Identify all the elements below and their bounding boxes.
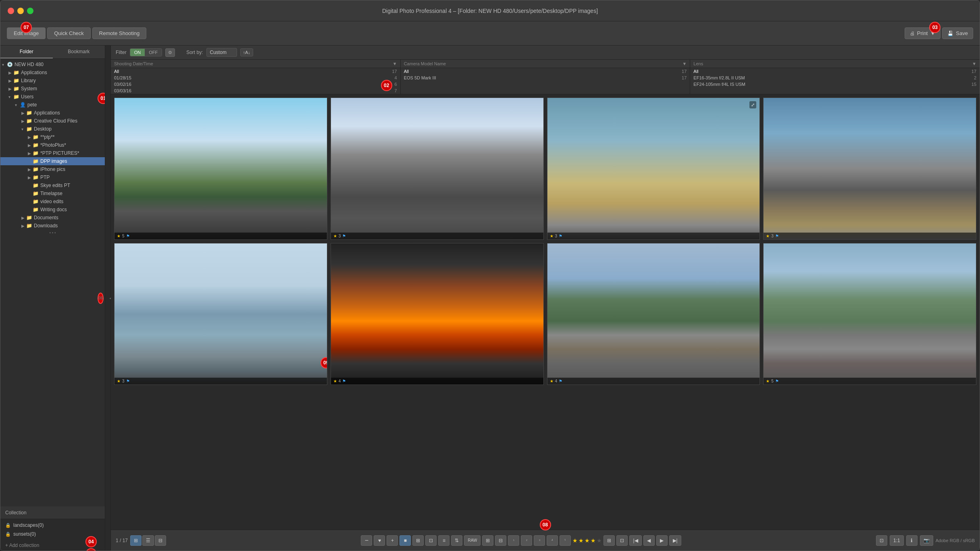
window-title: Digital Photo Professional 4 – [Folder: …: [382, 8, 598, 14]
square-select-button[interactable]: ■: [399, 535, 411, 546]
close-button[interactable]: [8, 8, 14, 14]
save-button[interactable]: Save: [942, 27, 973, 39]
rating-5-button[interactable]: ⁵: [560, 535, 571, 546]
sort-btn[interactable]: ⇅: [451, 535, 462, 546]
folder-icon: 📁: [13, 70, 19, 75]
folder-icon: 📁: [13, 86, 19, 91]
tree-applications-root[interactable]: ▶ 📁 Applications: [0, 69, 105, 77]
lens-ef24105-row[interactable]: EF24-105mm f/4L IS USM 15: [690, 81, 980, 87]
grid-view-button[interactable]: ⊞: [130, 535, 141, 546]
lens-filter-header[interactable]: Lens ▼: [690, 60, 980, 68]
actual-size-button[interactable]: 1:1: [890, 535, 904, 546]
lens-filter-dropdown-icon: ▼: [972, 61, 976, 66]
grid-medium-button[interactable]: ⊡: [425, 535, 437, 546]
tree-system[interactable]: ▶ 📁 System: [0, 85, 105, 93]
tree-documents-label: Documents: [34, 215, 58, 220]
filmstrip-view-button[interactable]: ⊟: [155, 535, 166, 546]
tree-desktop[interactable]: ▾ 📁 Desktop: [0, 125, 105, 133]
tree-iphone-pics[interactable]: ▶ 📁 iPhone pics: [0, 165, 105, 173]
nav-next-button[interactable]: ▶: [656, 535, 668, 546]
tree-library[interactable]: ▶ 📁 Library: [0, 77, 105, 85]
filter-heart-button[interactable]: ♥: [374, 535, 385, 546]
tree-hd480[interactable]: ▾ 💿 NEW HD 480: [0, 60, 105, 69]
compare-right-button[interactable]: ⊡: [616, 535, 628, 546]
thumbnail-8[interactable]: ★ 5 ⚑: [763, 243, 976, 385]
page-info: 1 / 17: [116, 538, 128, 543]
date-030216-row[interactable]: 03/02/16 6: [111, 81, 400, 87]
flag-icon-5: ⚑: [126, 379, 130, 383]
camera-button[interactable]: 📷: [920, 535, 933, 546]
list-btn[interactable]: ≡: [438, 535, 449, 546]
tree-users[interactable]: ▾ 📁 Users: [0, 93, 105, 101]
raw-btn[interactable]: RAW: [464, 535, 481, 546]
info-button[interactable]: ℹ: [906, 535, 918, 546]
maximize-button[interactable]: [27, 8, 33, 14]
tree-skye-edits[interactable]: 📁 Skye edits PT: [0, 181, 105, 189]
chevron-icon: ▶: [8, 79, 13, 83]
nav-prev-button[interactable]: ◀: [643, 535, 655, 546]
tree-applications-root-label: Applications: [21, 70, 47, 75]
lens-ef1635-row[interactable]: EF16-35mm f/2.8L II USM 2: [690, 75, 980, 81]
zoom-out-button[interactable]: −: [361, 535, 372, 546]
thumbnail-4[interactable]: ★ 3 ⚑: [763, 98, 976, 240]
chevron-icon: ▶: [28, 175, 33, 180]
add-mark-button[interactable]: +: [387, 535, 398, 546]
compare-left-button[interactable]: ⊞: [603, 535, 615, 546]
quick-check-button[interactable]: Quick Check: [47, 27, 91, 39]
thumbnail-1[interactable]: ★ 5 ⚑: [114, 98, 327, 240]
chevron-icon: ▾: [2, 62, 7, 67]
filter-settings-button[interactable]: ⚙: [165, 48, 175, 57]
camera-5d-row[interactable]: EOS 5D Mark III 17: [401, 75, 690, 81]
tree-video-edits[interactable]: 📁 video edits: [0, 198, 105, 206]
camera-filter-header[interactable]: Camera Model Name ▼: [401, 60, 690, 68]
tree-ptp[interactable]: ▶ 📁 PTP: [0, 173, 105, 181]
thumbnail-3[interactable]: ⤢ ★ 3 ⚑: [547, 98, 760, 240]
tree-ptp-pictures[interactable]: ▶ 📁 *PTP PICTURES*: [0, 149, 105, 157]
tree-photoplus[interactable]: ▶ 📁 *PhotoPlus*: [0, 141, 105, 149]
grid-small-button[interactable]: ⊞: [412, 535, 424, 546]
rating-3-button[interactable]: ³: [534, 535, 545, 546]
tree-ptp-asterisk[interactable]: ▶ 📁 **ptp**: [0, 133, 105, 141]
tree-pete[interactable]: ▾ 👤 pete: [0, 101, 105, 109]
lens-all-row[interactable]: All 17: [690, 68, 980, 75]
folder-icon: 📁: [26, 118, 32, 124]
date-all-row[interactable]: All 17: [111, 68, 400, 75]
sidebar-collapse-handle[interactable]: 06 ◀: [105, 46, 111, 551]
thumbnail-2[interactable]: ★ 3 ⚑: [331, 98, 544, 240]
tree-documents[interactable]: ▶ 📁 Documents: [0, 214, 105, 222]
thumbnail-5[interactable]: 09 ★ 3 ⚑: [114, 243, 327, 385]
four-grid-btn[interactable]: ⊞: [482, 535, 493, 546]
lens-ef1635-count: 2: [974, 75, 976, 80]
tree-pete-applications[interactable]: ▶ 📁 Applications: [0, 109, 105, 117]
thumbnail-7[interactable]: ★ 4 ⚑: [547, 243, 760, 385]
filter-on-button[interactable]: ON: [130, 49, 145, 56]
remote-shooting-button[interactable]: Remote Shooting: [92, 27, 146, 39]
sort-direction-button[interactable]: ↑A↓: [240, 48, 253, 56]
tree-downloads[interactable]: ▶ 📁 Downloads: [0, 222, 105, 230]
nav-first-button[interactable]: |◀: [629, 535, 641, 546]
sort-select[interactable]: Custom Date Name: [206, 48, 237, 57]
rating-4-button[interactable]: ⁴: [547, 535, 558, 546]
tree-writing-docs[interactable]: 📁 Writing docs: [0, 206, 105, 214]
rating-1-button[interactable]: ¹: [508, 535, 519, 546]
thumbnail-6[interactable]: ★ 4 ⚑: [331, 243, 544, 385]
date-filter-dropdown-icon: ▼: [393, 61, 397, 66]
minimize-button[interactable]: [17, 8, 24, 14]
tree-timelapse[interactable]: 📁 Timelapse: [0, 189, 105, 198]
bookmark-tab[interactable]: Bookmark: [53, 46, 105, 58]
collection-landscapes[interactable]: 🔒 landscapes(0): [0, 521, 105, 530]
camera-all-row[interactable]: All 17: [401, 68, 690, 75]
tree-dpp-images[interactable]: 📁 DPP images: [0, 157, 105, 165]
date-012815-row[interactable]: 01/28/15 4: [111, 75, 400, 81]
list-view-button[interactable]: ☰: [142, 535, 154, 546]
thumb-meta-5: ★ 3 ⚑: [114, 378, 327, 385]
folder-tab[interactable]: Folder: [0, 46, 53, 58]
date-filter-header[interactable]: Shooting Date/Time ▼: [111, 60, 400, 68]
nav-last-button[interactable]: ▶|: [669, 535, 681, 546]
fit-window-button[interactable]: ⊡: [876, 535, 887, 546]
tree-creative-cloud[interactable]: ▶ 📁 Creative Cloud Files: [0, 117, 105, 125]
rating-2-button[interactable]: ²: [521, 535, 532, 546]
date-030316-row[interactable]: 03/03/16 7: [111, 87, 400, 94]
filter-off-button[interactable]: OFF: [145, 49, 162, 56]
nine-grid-btn[interactable]: ⊟: [495, 535, 506, 546]
